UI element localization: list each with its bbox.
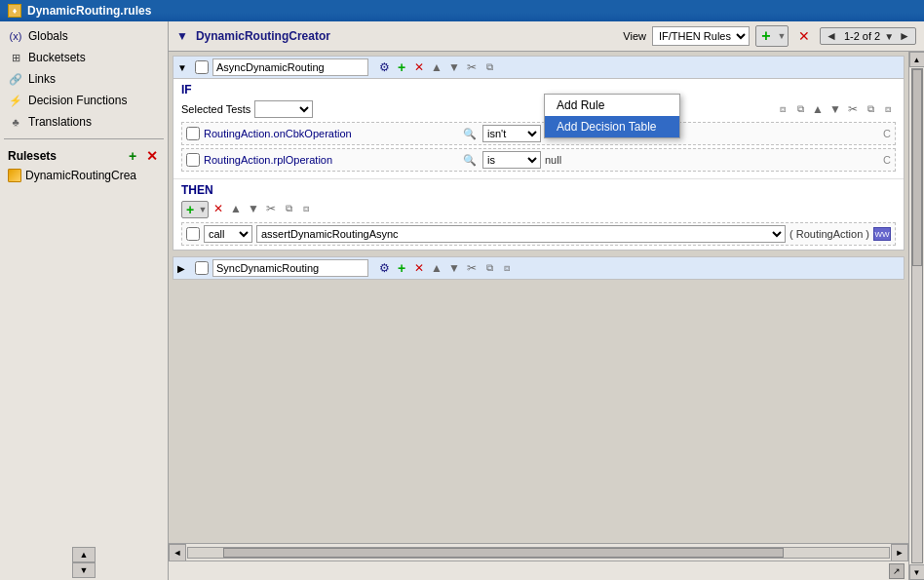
sidebar-item-bucketsets[interactable]: ⊞ Bucketsets bbox=[0, 47, 168, 68]
rule2-add-icon[interactable]: + bbox=[394, 260, 409, 276]
rule2-checkbox[interactable] bbox=[195, 261, 209, 275]
rule1-add-icon[interactable]: + bbox=[394, 59, 409, 75]
condition1-checkbox[interactable] bbox=[186, 127, 200, 140]
rule2-toolbar-icons: ⚙ + ✕ ▲ ▼ ✂ ⧉ ⧈ bbox=[376, 260, 515, 276]
rule-block-1: ▼ ⚙ + ✕ ▲ ▼ ✂ ⧉ bbox=[173, 56, 905, 251]
vscroll-thumb[interactable] bbox=[912, 69, 922, 266]
decision-functions-icon: ⚡ bbox=[8, 93, 23, 108]
if-icon2[interactable]: ⧉ bbox=[792, 101, 808, 117]
selected-tests-label: Selected Tests bbox=[181, 103, 250, 115]
condition1-c: C bbox=[883, 128, 891, 139]
selected-tests-dropdown[interactable] bbox=[254, 100, 313, 118]
then-cut-icon[interactable]: ✂ bbox=[263, 201, 279, 216]
view-dropdown[interactable]: IF/THEN Rules Decision Table bbox=[652, 26, 750, 46]
nav-left-arrow[interactable]: ◄ bbox=[823, 29, 840, 43]
sidebar-item-translations[interactable]: ♣ Translations bbox=[0, 111, 168, 133]
add-rule-menu-item[interactable]: Add Rule bbox=[545, 95, 679, 116]
action1-call-type-dropdown[interactable]: call bbox=[204, 225, 252, 243]
rulesets-label: Rulesets bbox=[8, 149, 121, 163]
rule2-down-icon[interactable]: ▼ bbox=[446, 260, 462, 276]
remove-ruleset-button[interactable]: ✕ bbox=[144, 148, 160, 164]
if-cut-icon[interactable]: ✂ bbox=[845, 101, 861, 117]
rule2-name-field[interactable] bbox=[212, 259, 368, 277]
rule2-delete-icon[interactable]: ✕ bbox=[411, 260, 427, 276]
then-section-1: THEN + ▼ ✕ ▲ ▼ ✂ ⧉ bbox=[173, 178, 904, 250]
then-add-dropdown-arrow[interactable]: ▼ bbox=[198, 202, 208, 217]
rule2-copy-icon[interactable]: ⧉ bbox=[481, 260, 497, 276]
if-icon1[interactable]: ⧈ bbox=[775, 101, 790, 117]
vscroll-up-button[interactable]: ▲ bbox=[909, 52, 925, 67]
action1-function-dropdown[interactable]: assertDynamicRoutingAsync bbox=[256, 225, 786, 243]
main-layout: (x) Globals ⊞ Bucketsets 🔗 Links ⚡ Decis… bbox=[0, 21, 924, 580]
rule1-checkbox[interactable] bbox=[195, 60, 209, 74]
bucketsets-icon: ⊞ bbox=[8, 50, 23, 65]
then-down-icon[interactable]: ▼ bbox=[246, 201, 261, 216]
delete-rule-button[interactable]: ✕ bbox=[794, 26, 814, 46]
rule2-cut-icon[interactable]: ✂ bbox=[464, 260, 480, 276]
rule1-expand-icon[interactable]: ▼ bbox=[177, 62, 191, 73]
nav-right-arrow[interactable]: ► bbox=[896, 29, 913, 43]
condition1-search-icon[interactable]: 🔍 bbox=[461, 125, 479, 142]
add-rule-dropdown-arrow[interactable]: ▼ bbox=[776, 26, 788, 46]
then-add-icon[interactable]: + bbox=[182, 202, 198, 217]
sidebar: (x) Globals ⊞ Bucketsets 🔗 Links ⚡ Decis… bbox=[0, 21, 169, 580]
sidebar-scroll-down[interactable]: ▼ bbox=[72, 562, 96, 578]
rule2-paste-icon[interactable]: ⧈ bbox=[499, 260, 515, 276]
condition-row-2: RoutingAction.rplOperation 🔍 is isn't nu… bbox=[181, 148, 896, 172]
sidebar-scroll-up[interactable]: ▲ bbox=[72, 547, 96, 562]
nav-counter: 1-2 of 2 bbox=[842, 30, 882, 42]
toolbar-row: ▼ DynamicRoutingCreator View IF/THEN Rul… bbox=[169, 21, 924, 52]
condition2-operator-dropdown[interactable]: is isn't bbox=[482, 151, 541, 169]
add-decision-table-menu-item[interactable]: Add Decision Table bbox=[545, 116, 679, 137]
action1-icon[interactable]: WW bbox=[873, 227, 891, 241]
vscroll-down-button[interactable]: ▼ bbox=[909, 564, 925, 580]
rule1-cut-icon[interactable]: ✂ bbox=[464, 59, 480, 75]
condition2-checkbox[interactable] bbox=[186, 153, 200, 167]
if-paste-icon[interactable]: ⧈ bbox=[880, 101, 896, 117]
if-up-icon[interactable]: ▲ bbox=[810, 101, 826, 117]
window-title: DynamicRouting.rules bbox=[27, 4, 151, 18]
sidebar-item-globals[interactable]: (x) Globals bbox=[0, 25, 168, 47]
view-label: View bbox=[623, 30, 646, 42]
rule1-link-icon[interactable]: ⚙ bbox=[376, 59, 392, 75]
rule2-up-icon[interactable]: ▲ bbox=[429, 260, 444, 276]
rule-block-2: ▶ ⚙ + ✕ ▲ ▼ ✂ ⧉ ⧈ bbox=[173, 256, 905, 280]
hscroll-thumb[interactable] bbox=[223, 548, 784, 558]
condition1-operator-dropdown[interactable]: isn't is bbox=[482, 125, 541, 142]
condition2-search-icon[interactable]: 🔍 bbox=[461, 151, 479, 169]
rule1-down-icon[interactable]: ▼ bbox=[446, 59, 462, 75]
rule1-up-icon[interactable]: ▲ bbox=[429, 59, 444, 75]
rule1-delete-icon[interactable]: ✕ bbox=[411, 59, 427, 75]
hscroll-right-button[interactable]: ► bbox=[891, 544, 908, 561]
then-paste-icon[interactable]: ⧈ bbox=[298, 201, 314, 216]
then-up-icon[interactable]: ▲ bbox=[228, 201, 244, 216]
then-delete-icon[interactable]: ✕ bbox=[211, 201, 226, 216]
add-rule-button[interactable]: + bbox=[756, 26, 776, 46]
action1-checkbox[interactable] bbox=[186, 227, 200, 241]
condition2-name: RoutingAction.rplOperation bbox=[204, 154, 457, 166]
condition1-name: RoutingAction.onCbkOperation bbox=[204, 128, 457, 139]
sidebar-scroll-controls: ▲ ▼ bbox=[0, 545, 168, 580]
nav-dropdown-arrow[interactable]: ▼ bbox=[884, 31, 894, 42]
sidebar-item-links[interactable]: 🔗 Links bbox=[0, 68, 168, 90]
rule2-expand-icon[interactable]: ▶ bbox=[177, 263, 191, 274]
sidebar-item-bucketsets-label: Bucketsets bbox=[28, 51, 86, 64]
if-down-icon[interactable]: ▼ bbox=[828, 101, 843, 117]
vertical-scrollbar: ▲ ▼ bbox=[908, 52, 924, 580]
vscroll-track[interactable] bbox=[911, 68, 923, 563]
condition2-c: C bbox=[883, 154, 891, 166]
rule2-link-icon[interactable]: ⚙ bbox=[376, 260, 392, 276]
hscroll-track[interactable] bbox=[187, 547, 890, 559]
then-copy-icon[interactable]: ⧉ bbox=[281, 201, 296, 216]
if-copy-icon[interactable]: ⧉ bbox=[863, 101, 878, 117]
resize-handle[interactable]: ↗ bbox=[889, 563, 905, 579]
add-ruleset-button[interactable]: + bbox=[125, 148, 140, 164]
horizontal-scrollbar: ◄ ► bbox=[169, 543, 908, 561]
ruleset-name: DynamicRoutingCrea bbox=[25, 169, 136, 182]
hscroll-left-button[interactable]: ◄ bbox=[169, 544, 186, 561]
sidebar-item-decision-functions[interactable]: ⚡ Decision Functions bbox=[0, 90, 168, 111]
rule1-name-field[interactable] bbox=[212, 58, 368, 76]
ruleset-item[interactable]: DynamicRoutingCrea bbox=[0, 167, 168, 184]
rule1-copy-icon[interactable]: ⧉ bbox=[481, 59, 497, 75]
rule1-toolbar-icons: ⚙ + ✕ ▲ ▼ ✂ ⧉ bbox=[376, 59, 497, 75]
